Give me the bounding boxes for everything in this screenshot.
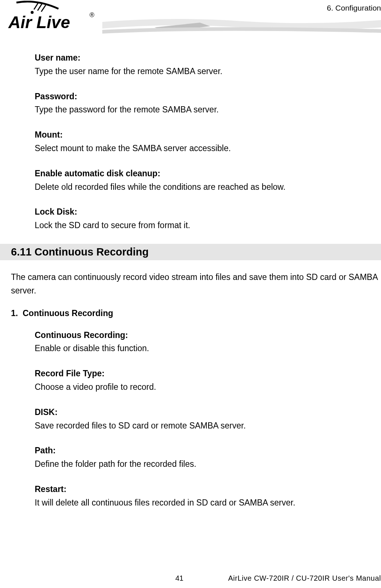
page-number: 41: [175, 574, 183, 583]
svg-line-2: [41, 5, 46, 12]
definition-term: Enable automatic disk cleanup:: [35, 167, 370, 180]
definition-description: Enable or disable this function.: [35, 342, 370, 355]
definition-description: It will delete all continuous files reco…: [35, 496, 370, 510]
definition-description: Save recorded files to SD card or remote…: [35, 419, 370, 433]
chapter-label: 6. Configuration: [327, 4, 381, 12]
sub-title: Continuous Recording: [23, 308, 113, 318]
definition-term: DISK:: [35, 406, 370, 419]
definition-description: Type the password for the remote SAMBA s…: [35, 103, 370, 116]
page-header: Air Live ® 6. Configuration: [0, 0, 381, 44]
definition-description: Select mount to make the SAMBA server ac…: [35, 142, 370, 155]
definition-term: Password:: [35, 90, 370, 103]
page-content: User name: Type the user name for the re…: [0, 44, 381, 510]
definition-description: Delete old recorded files while the cond…: [35, 180, 370, 194]
definition-item: Enable automatic disk cleanup: Delete ol…: [35, 167, 370, 194]
definition-description: Choose a video profile to record.: [35, 380, 370, 394]
svg-line-1: [38, 4, 42, 11]
numbered-subheading: 1. Continuous Recording: [11, 308, 381, 318]
definition-item: Path: Define the folder path for the rec…: [35, 444, 370, 471]
manual-title: AirLive CW-720IR / CU-720IR User's Manua…: [228, 574, 381, 583]
svg-line-0: [34, 3, 38, 9]
definition-item: Continuous Recording: Enable or disable …: [35, 328, 370, 356]
definition-item: Restart: It will delete all continuous f…: [35, 483, 370, 510]
svg-text:®: ®: [89, 11, 94, 19]
definition-description: Type the user name for the remote SAMBA …: [35, 65, 370, 78]
definition-item: Lock Disk: Lock the SD card to secure fr…: [35, 205, 370, 232]
brand-logo: Air Live ®: [5, 1, 100, 37]
definition-term: Mount:: [35, 128, 370, 142]
svg-text:Air Live: Air Live: [8, 13, 70, 32]
definition-term: Lock Disk:: [35, 205, 370, 219]
header-decoration: [102, 15, 381, 36]
definition-item: Mount: Select mount to make the SAMBA se…: [35, 128, 370, 155]
definition-term: Record File Type:: [35, 367, 370, 380]
definition-item: DISK: Save recorded files to SD card or …: [35, 406, 370, 433]
definition-term: Continuous Recording:: [35, 328, 370, 342]
section-heading: 6.11 Continuous Recording: [0, 244, 381, 260]
sub-number: 1.: [11, 308, 18, 318]
definition-description: Lock the SD card to secure from format i…: [35, 219, 370, 232]
definition-item: Password: Type the password for the remo…: [35, 90, 370, 117]
definition-term: User name:: [35, 51, 370, 65]
definition-item: User name: Type the user name for the re…: [35, 51, 370, 78]
section-intro-text: The camera can continuously record video…: [11, 270, 381, 297]
definition-description: Define the folder path for the recorded …: [35, 457, 370, 471]
definition-term: Restart:: [35, 483, 370, 496]
definition-term: Path:: [35, 444, 370, 457]
definition-item: Record File Type: Choose a video profile…: [35, 367, 370, 394]
